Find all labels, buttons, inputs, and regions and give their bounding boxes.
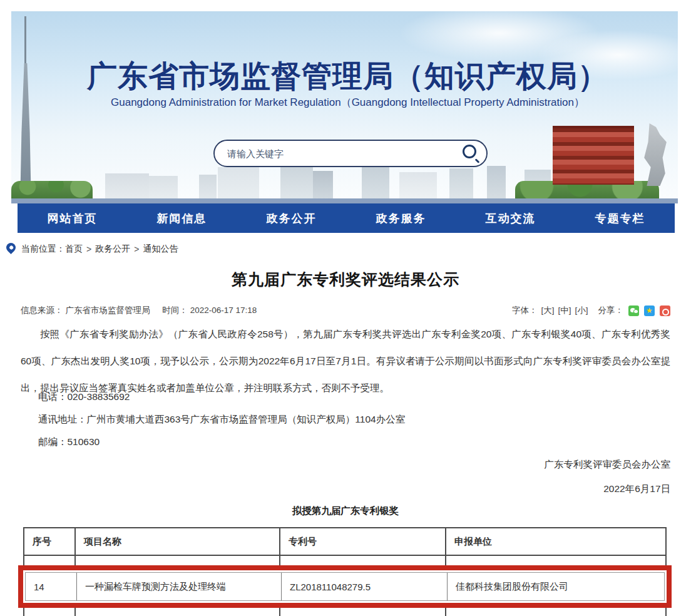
- breadcrumb-separator: >: [134, 244, 139, 254]
- header-cell-applicant: 申报单位: [446, 528, 665, 555]
- postcode-value: 510630: [68, 436, 100, 447]
- breadcrumb-separator: >: [86, 244, 91, 254]
- header-cell-patent-no: 专利号: [280, 528, 446, 555]
- breadcrumb: 当前位置： 首页 > 政务公开 > 通知公告: [5, 243, 178, 255]
- canton-tower-icon: [24, 16, 26, 66]
- site-title: 广东省市场监督管理局（知识产权局）: [43, 56, 653, 96]
- nav-item-special-topics[interactable]: 专题专栏: [595, 211, 645, 226]
- award-table: 序号 项目名称 专利号 申报单位 14 一种漏检车牌预测方法及处理终端 ZL20…: [23, 527, 667, 616]
- waterline-graphic: [11, 198, 678, 203]
- wechat-share-icon[interactable]: [628, 305, 639, 316]
- address-label: 通讯地址：: [38, 414, 87, 424]
- phone-value: 020-38835692: [68, 391, 130, 402]
- postcode-label: 邮编：: [38, 436, 68, 447]
- font-size-small-button[interactable]: [小]: [575, 305, 588, 316]
- table-header-row: 序号 项目名称 专利号 申报单位: [23, 527, 667, 556]
- site-subtitle-english: Guangdong Administration for Market Regu…: [43, 95, 653, 110]
- contact-postcode: 邮编：510630: [21, 431, 670, 453]
- nav-item-interaction[interactable]: 互动交流: [486, 211, 536, 226]
- page-title: 第九届广东专利奖评选结果公示: [0, 269, 691, 290]
- breadcrumb-label: 当前位置：: [21, 244, 65, 255]
- nav-item-news[interactable]: 新闻信息: [157, 211, 207, 226]
- contact-phone: 电话：020-38835692: [21, 386, 670, 408]
- search-button[interactable]: [460, 143, 481, 164]
- cell-applicant: 佳都科技集团股份有限公司: [448, 573, 664, 600]
- red-pavilion-graphic: [553, 128, 634, 185]
- table-caption: 拟授第九届广东专利银奖: [0, 505, 691, 518]
- site-search: [213, 140, 488, 167]
- trees-graphic: [11, 181, 93, 200]
- cell-patent-no: ZL201811048279.5: [282, 573, 448, 600]
- breadcrumb-home[interactable]: 首页: [65, 244, 83, 255]
- signature-org: 广东专利奖评审委员会办公室: [545, 452, 671, 476]
- breadcrumb-notices[interactable]: 通知公告: [143, 244, 178, 255]
- signature-date: 2022年6月17日: [545, 476, 671, 501]
- contact-address: 通讯地址：广州市黄埔大道西363号广东省市场监督管理局（知识产权局）1104办公…: [21, 408, 670, 431]
- highlight-red-box: 14 一种漏检车牌预测方法及处理终端 ZL201811048279.5 佳都科技…: [18, 565, 672, 608]
- table-next-row-partial: [23, 608, 667, 616]
- table-cropped-rows-gap: [23, 556, 667, 565]
- weibo-share-icon[interactable]: [660, 305, 670, 316]
- time-label: 时间：: [162, 305, 188, 315]
- site-banner: 广东省市场监督管理局（知识产权局） Guangdong Administrati…: [11, 11, 678, 203]
- search-icon: [475, 158, 480, 163]
- address-value: 广州市黄埔大道西363号广东省市场监督管理局（知识产权局）1104办公室: [87, 414, 406, 424]
- header-cell-project-name: 项目名称: [76, 528, 280, 555]
- article-meta-right: 字体： [大] [中] [小] 分享： ★: [512, 305, 670, 316]
- share-label: 分享：: [598, 305, 624, 316]
- nav-item-home[interactable]: 网站首页: [48, 211, 98, 226]
- font-size-large-button[interactable]: [大]: [541, 305, 554, 316]
- header-cell-no: 序号: [24, 528, 76, 555]
- location-pin-icon: [4, 241, 18, 254]
- time-value: 2022-06-17 17:18: [190, 305, 257, 315]
- font-size-medium-button[interactable]: [中]: [558, 305, 571, 316]
- font-size-label: 字体：: [512, 305, 538, 316]
- qzone-share-icon[interactable]: ★: [644, 305, 655, 316]
- search-icon: [463, 145, 476, 158]
- source-label: 信息来源：: [21, 305, 63, 315]
- article-meta: 信息来源：广东省市场监督管理局 时间：2022-06-17 17:18 字体： …: [21, 305, 670, 316]
- search-input[interactable]: [215, 148, 460, 159]
- phone-label: 电话：: [38, 391, 68, 402]
- breadcrumb-gov-affairs[interactable]: 政务公开: [95, 244, 130, 255]
- nav-item-gov-affairs[interactable]: 政务公开: [267, 211, 317, 226]
- cell-no: 14: [26, 573, 77, 600]
- nav-item-gov-services[interactable]: 政务服务: [376, 211, 426, 226]
- contact-info: 电话：020-38835692 通讯地址：广州市黄埔大道西363号广东省市场监督…: [21, 386, 670, 453]
- signature-block: 广东专利奖评审委员会办公室 2022年6月17日: [545, 452, 671, 501]
- article-meta-left: 信息来源：广东省市场监督管理局 时间：2022-06-17 17:18: [21, 305, 259, 316]
- source-value: 广东省市场监督管理局: [66, 305, 150, 315]
- cell-project-name: 一种漏检车牌预测方法及处理终端: [77, 573, 282, 600]
- table-row: 14 一种漏检车牌预测方法及处理终端 ZL201811048279.5 佳都科技…: [25, 572, 665, 601]
- main-nav: 网站首页 新闻信息 政务公开 政务服务 互动交流 专题专栏: [18, 203, 675, 233]
